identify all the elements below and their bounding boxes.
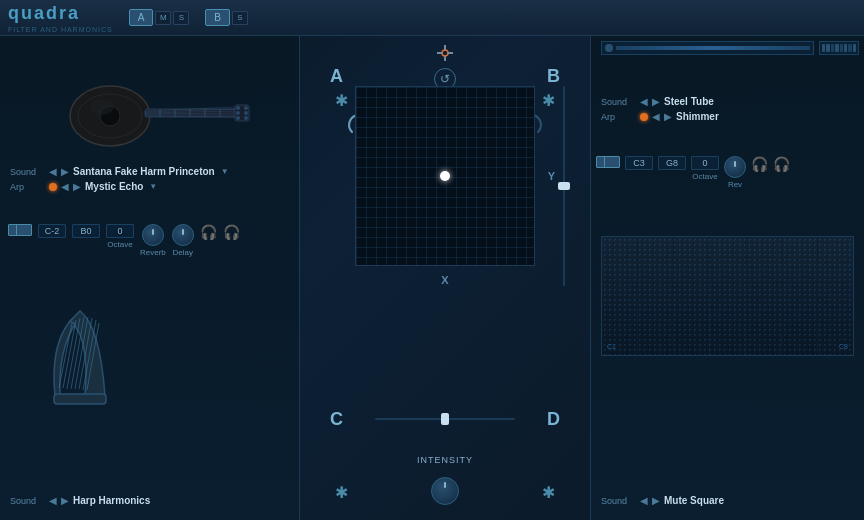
section-b-s-toggle[interactable]: S xyxy=(232,11,248,25)
guitar-image xyxy=(50,61,250,151)
arp-next-arrow-right[interactable]: ▶ xyxy=(664,111,672,122)
delay-knob-left[interactable] xyxy=(172,224,194,246)
vertical-slider[interactable] xyxy=(563,86,565,286)
bottom-sound-next-right[interactable]: ▶ xyxy=(652,495,660,506)
intensity-label: INTENSITY xyxy=(417,455,473,465)
section-a-s-toggle[interactable]: S xyxy=(173,11,189,25)
v-slider-thumb[interactable] xyxy=(558,182,570,190)
headphone-icon-right-2[interactable]: 🎧 xyxy=(773,156,790,172)
piano-icon-right xyxy=(596,156,620,168)
pattern-display xyxy=(819,41,859,55)
sound-name-left: Santana Fake Harm Princeton xyxy=(73,166,215,177)
section-a-controls: A M S xyxy=(129,9,190,26)
h-slider-track[interactable] xyxy=(375,418,515,420)
pattern-cell xyxy=(831,44,834,52)
sound-prev-arrow-right[interactable]: ◀ xyxy=(640,96,648,107)
right-sound-row: Sound ◀ ▶ Steel Tube xyxy=(601,96,854,107)
corner-label-c: C xyxy=(330,409,343,430)
pattern-cell xyxy=(844,44,847,52)
headphone-group-1: 🎧 xyxy=(200,224,217,240)
headphone-icon-1[interactable]: 🎧 xyxy=(200,224,217,240)
octave-label-left: Octave xyxy=(107,240,132,249)
reverb-group-right: Rev xyxy=(724,156,746,189)
reverb-knob-left[interactable] xyxy=(142,224,164,246)
arp-prev-arrow-left[interactable]: ◀ xyxy=(61,181,69,192)
octave-value-left[interactable]: 0 xyxy=(106,224,134,238)
left-sound-row: Sound ◀ ▶ Santana Fake Harm Princeton ▼ xyxy=(10,166,289,177)
sound-label-right: Sound xyxy=(601,97,636,107)
reverb-group-left: Reverb xyxy=(140,224,166,257)
keyboard-label-right: C8 xyxy=(839,343,848,350)
arp-label-left: Arp xyxy=(10,182,45,192)
pattern-cell xyxy=(840,44,843,52)
left-knob-row: C-2 B0 0 Octave Reverb Delay 🎧 🎧 xyxy=(0,224,299,257)
v-slider-track[interactable] xyxy=(563,86,565,286)
cursor-area xyxy=(433,41,457,65)
intensity-knob-control[interactable] xyxy=(431,477,459,505)
arp-name-left: Mystic Echo xyxy=(85,181,143,192)
svg-point-14 xyxy=(236,116,240,120)
arp-next-arrow-left[interactable]: ▶ xyxy=(73,181,81,192)
range-bar xyxy=(616,46,810,50)
right-sound-controls: Sound ◀ ▶ Steel Tube Arp ◀ ▶ Shimmer xyxy=(601,96,854,126)
piano-icon-right-icon[interactable] xyxy=(596,156,620,168)
piano-icon-left[interactable] xyxy=(8,224,32,236)
bottom-sound-prev-right[interactable]: ◀ xyxy=(640,495,648,506)
note-start-left[interactable]: C-2 xyxy=(38,224,66,238)
key-white-5 xyxy=(746,237,782,355)
headphone-group-right-1: 🎧 xyxy=(751,156,768,172)
octave-value-right[interactable]: 0 xyxy=(691,156,719,170)
right-knob-row: C3 G8 0 Octave Rev 🎧 🎧 xyxy=(596,156,859,189)
headphone-icon-right-1[interactable]: 🎧 xyxy=(751,156,768,172)
reverb-knob-right[interactable] xyxy=(724,156,746,178)
h-slider-thumb[interactable] xyxy=(441,413,449,425)
arp-prev-arrow-right[interactable]: ◀ xyxy=(652,111,660,122)
brand-logo-area: quadra FILTER AND HARMONICS xyxy=(8,3,113,33)
section-a-m-toggle[interactable]: M xyxy=(155,11,171,25)
horizontal-slider[interactable] xyxy=(375,418,515,420)
right-bottom-sound-row: Sound ◀ ▶ Mute Square xyxy=(591,495,864,506)
bottom-sound-next-left[interactable]: ▶ xyxy=(61,495,69,506)
sound-next-arrow-left[interactable]: ▶ xyxy=(61,166,69,177)
delay-group-left: Delay xyxy=(172,224,194,257)
reverb-label-right: Rev xyxy=(728,180,742,189)
corner-label-a: A xyxy=(330,66,343,87)
key-white-2 xyxy=(638,237,674,355)
key-white-1 xyxy=(602,237,638,355)
corner-label-d: D xyxy=(547,409,560,430)
svg-point-15 xyxy=(244,116,248,120)
xy-pad[interactable] xyxy=(355,86,535,266)
sound-dropdown-left[interactable]: ▼ xyxy=(221,167,229,176)
pattern-cell xyxy=(835,44,838,52)
headphone-icon-2[interactable]: 🎧 xyxy=(223,224,240,240)
content-area: Sound ◀ ▶ Santana Fake Harm Princeton ▼ … xyxy=(0,36,864,520)
headphone-group-2: 🎧 xyxy=(223,224,240,240)
piano-keys xyxy=(602,237,853,355)
note-end-right[interactable]: G8 xyxy=(658,156,686,170)
key-white-6 xyxy=(782,237,818,355)
sound-prev-arrow-left[interactable]: ◀ xyxy=(49,166,57,177)
xy-label-y: Y xyxy=(548,170,555,182)
xy-label-x: X xyxy=(441,274,448,286)
note-end-left[interactable]: B0 xyxy=(72,224,100,238)
octave-group-right: 0 Octave xyxy=(691,156,719,181)
left-arp-row: Arp ◀ ▶ Mystic Echo ▼ xyxy=(10,181,289,192)
pattern-cell xyxy=(848,44,851,52)
section-a-button[interactable]: A xyxy=(129,9,154,26)
arp-active-dot-left[interactable] xyxy=(49,183,57,191)
range-indicator xyxy=(605,44,613,52)
keyboard-label-left: C1 xyxy=(607,343,616,350)
section-b-controls: B S xyxy=(205,9,248,26)
sound-name-right: Steel Tube xyxy=(664,96,714,107)
note-start-right[interactable]: C3 xyxy=(625,156,653,170)
section-b-button[interactable]: B xyxy=(205,9,230,26)
intensity-knob[interactable] xyxy=(431,477,459,505)
arp-active-dot-right[interactable] xyxy=(640,113,648,121)
pattern-cell xyxy=(826,44,829,52)
bottom-sound-prev-left[interactable]: ◀ xyxy=(49,495,57,506)
delay-label-left: Delay xyxy=(173,248,193,257)
sound-next-arrow-right[interactable]: ▶ xyxy=(652,96,660,107)
bottom-sound-label-left: Sound xyxy=(10,496,45,506)
sound-label-left: Sound xyxy=(10,167,45,177)
arp-dropdown-left[interactable]: ▼ xyxy=(149,182,157,191)
